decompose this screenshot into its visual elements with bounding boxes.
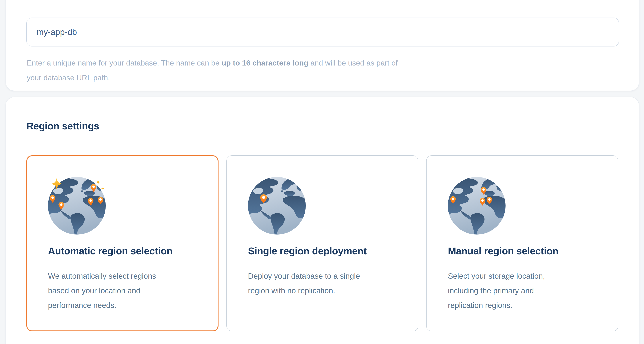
option-description: Deploy your database to a single region … bbox=[248, 269, 402, 298]
globe-with-single-pin-icon bbox=[248, 177, 306, 235]
option-description: We automatically select regions based on… bbox=[48, 269, 202, 313]
region-option-automatic[interactable]: Automatic region selection We automatica… bbox=[26, 155, 218, 331]
helper-text-pre: Enter a unique name for your database. T… bbox=[27, 59, 222, 67]
database-name-panel: Enter a unique name for your database. T… bbox=[6, 0, 639, 91]
option-title: Automatic region selection bbox=[48, 245, 202, 257]
globe-with-pins-and-sparkles-icon bbox=[48, 177, 106, 235]
option-title: Manual region selection bbox=[448, 245, 602, 257]
region-options-group: Automatic region selection We automatica… bbox=[26, 155, 618, 331]
option-title: Single region deployment bbox=[248, 245, 402, 257]
option-description: Select your storage location, including … bbox=[448, 269, 602, 313]
helper-text-bold: up to 16 characters long bbox=[222, 59, 308, 67]
sparkle-icon bbox=[101, 187, 104, 190]
globe-with-multiple-pins-icon bbox=[448, 177, 506, 235]
sparkle-icon bbox=[96, 180, 100, 184]
database-name-helper-text: Enter a unique name for your database. T… bbox=[27, 56, 618, 85]
region-option-single[interactable]: Single region deployment Deploy your dat… bbox=[226, 155, 418, 331]
database-name-input[interactable] bbox=[26, 17, 619, 46]
region-option-manual[interactable]: Manual region selection Select your stor… bbox=[426, 155, 618, 331]
region-settings-panel: Region settings Automatic region selecti… bbox=[6, 97, 639, 344]
region-settings-heading: Region settings bbox=[26, 120, 618, 132]
